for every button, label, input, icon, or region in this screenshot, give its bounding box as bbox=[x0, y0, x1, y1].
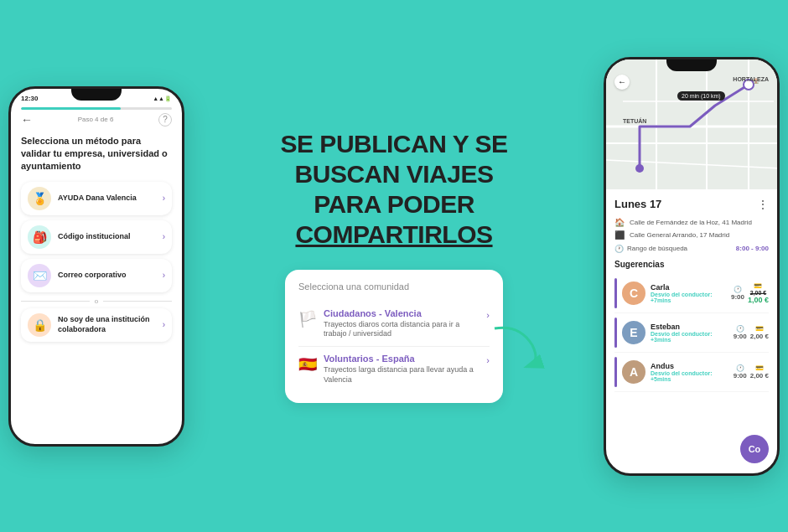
flag-valencia: 🏳️ bbox=[298, 310, 317, 328]
suggestion-andus[interactable]: A Andus Desvío del conductor: +5mins 🕐 9… bbox=[614, 353, 769, 392]
left-content: Selecciona un método para validar tu emp… bbox=[11, 130, 182, 352]
main-container: 12:30 ▲▲🔋 ← Paso 4 de 6 ? Selecciona un … bbox=[8, 11, 780, 522]
price-icon-andus: 💳 bbox=[755, 364, 764, 372]
headline-line3: PARA PODER bbox=[314, 190, 474, 218]
suggestion-andus-info: Andus Desvío del conductor: +5mins bbox=[651, 362, 730, 382]
suggestion-esteban-devio: Desvío del conductor: +3mins bbox=[651, 331, 730, 343]
map-area: 🏠 ← 20 min (10 km) TETUÁN HORTALEZA bbox=[606, 59, 777, 189]
search-range-text: Rango de búsqueda bbox=[627, 245, 687, 252]
left-phone-notch bbox=[71, 89, 122, 101]
option-no-institucion-icon: 🔒 bbox=[28, 313, 51, 337]
headline-line1: SE PUBLICAN Y SE bbox=[281, 130, 508, 158]
suggestion-carla-time: 🕐 9:00 bbox=[731, 286, 744, 301]
suggestion-carla-price-val: 1,00 € bbox=[748, 296, 769, 304]
svg-point-9 bbox=[635, 164, 644, 173]
community-espana-desc: Trayectos larga distancia para llevar ay… bbox=[324, 365, 481, 385]
suggestion-andus-name: Andus bbox=[651, 362, 730, 370]
option-ayuda-text: AYUDA Dana Valencia bbox=[58, 194, 163, 204]
route-from-text: Calle de Fernández de la Hoz, 41 Madrid bbox=[630, 219, 752, 226]
suggestion-esteban-name: Esteban bbox=[651, 323, 730, 331]
clock-icon-esteban: 🕐 bbox=[736, 325, 744, 333]
left-main-title: Selecciona un método para validar tu emp… bbox=[21, 135, 172, 173]
route-from-row: 🏠 Calle de Fernández de la Hoz, 41 Madri… bbox=[614, 218, 769, 227]
help-button[interactable]: ? bbox=[158, 113, 172, 127]
option-codigo-icon: 🎒 bbox=[28, 225, 51, 249]
option-codigo[interactable]: 🎒 Código institucional › bbox=[21, 220, 172, 254]
option-ayuda-arrow: › bbox=[163, 194, 165, 203]
community-valencia-text: Ciudadanos - Valencia Trayectos diaros c… bbox=[324, 308, 481, 339]
community-espana-text: Voluntarios - España Trayectos larga dis… bbox=[324, 354, 481, 385]
option-correo[interactable]: ✉️ Correo corporativo › bbox=[21, 259, 172, 292]
option-no-institucion-arrow: › bbox=[163, 320, 165, 329]
suggestion-carla-accent bbox=[614, 278, 617, 308]
search-range-icon: 🕐 bbox=[614, 245, 624, 253]
suggestion-carla-time-val: 9:00 bbox=[731, 293, 744, 301]
suggestion-carla-price-strike: 2,00 € bbox=[750, 290, 766, 296]
suggestion-esteban-avatar: E bbox=[622, 321, 645, 344]
suggestions-label: Sugerencias bbox=[614, 260, 769, 269]
option-ayuda[interactable]: 🏅 AYUDA Dana Valencia › bbox=[21, 182, 172, 215]
option-codigo-text: Código institucional bbox=[58, 232, 163, 242]
community-card-title: Selecciona una comunidad bbox=[298, 281, 490, 292]
headline-line2: BUSCAN VIAJES bbox=[295, 160, 494, 188]
suggestion-andus-avatar: A bbox=[622, 360, 645, 384]
suggestion-andus-price-val: 2,00 € bbox=[750, 372, 769, 380]
suggestion-carla-avatar: C bbox=[622, 281, 645, 305]
suggestion-esteban-price-val: 2,00 € bbox=[750, 333, 769, 340]
search-range-left: 🕐 Rango de búsqueda bbox=[614, 245, 687, 253]
suggestion-andus-time-val: 9:00 bbox=[734, 372, 747, 380]
back-button[interactable]: ← bbox=[21, 113, 33, 127]
option-no-institucion[interactable]: 🔒 No soy de una institución colaboradora… bbox=[21, 308, 172, 342]
map-label-hortaleza: HORTALEZA bbox=[733, 76, 769, 82]
center-section: SE PUBLICAN Y SE BUSCAN VIAJES PARA PODE… bbox=[184, 129, 604, 404]
date-label: Lunes 17 bbox=[614, 198, 661, 210]
suggestion-carla-info: Carla Desvío del conductor: +7mins bbox=[651, 283, 728, 303]
community-espana-name: Voluntarios - España bbox=[324, 354, 481, 364]
route-to-text: Calle General Arrando, 17 Madrid bbox=[630, 231, 729, 239]
headline-line4: COMPARTIRLOS bbox=[295, 220, 492, 248]
suggestion-esteban-price: 💳 2,00 € bbox=[750, 325, 769, 340]
clock-icon-carla: 🕐 bbox=[734, 286, 742, 293]
suggestion-esteban-info: Esteban Desvío del conductor: +3mins bbox=[651, 323, 730, 343]
option-codigo-arrow: › bbox=[163, 232, 165, 241]
step-label: Paso 4 de 6 bbox=[33, 116, 158, 123]
flag-espana: 🇪🇸 bbox=[298, 355, 317, 374]
community-card: Selecciona una comunidad 🏳️ Ciudadanos -… bbox=[285, 270, 503, 404]
suggestion-andus-time: 🕐 9:00 bbox=[734, 364, 747, 380]
left-status-icons: ▲▲🔋 bbox=[153, 96, 172, 102]
map-label-tetuan: TETUÁN bbox=[623, 118, 646, 124]
right-phone-notch bbox=[666, 59, 717, 71]
suggestion-carla[interactable]: C Carla Desvío del conductor: +7mins 🕐 9… bbox=[614, 274, 769, 313]
left-status-time: 12:30 bbox=[21, 95, 38, 102]
co-badge[interactable]: Co bbox=[740, 435, 769, 463]
right-phone: 🏠 ← 20 min (10 km) TETUÁN HORTALEZA Lune… bbox=[604, 57, 780, 476]
search-range-row: 🕐 Rango de búsqueda 8:00 - 9:00 bbox=[614, 245, 769, 253]
suggestion-andus-devio: Desvío del conductor: +5mins bbox=[651, 370, 730, 382]
map-back-button[interactable]: ← bbox=[614, 75, 630, 90]
community-item-valencia[interactable]: 🏳️ Ciudadanos - Valencia Trayectos diaro… bbox=[298, 302, 490, 347]
left-top-nav: ← Paso 4 de 6 ? bbox=[11, 110, 182, 130]
divider-or: o bbox=[21, 297, 172, 305]
price-icon-esteban: 💳 bbox=[755, 325, 764, 333]
price-icon-carla: 💳 bbox=[754, 282, 762, 290]
suggestion-andus-price: 💳 2,00 € bbox=[750, 364, 769, 380]
option-correo-text: Correo corporativo bbox=[58, 271, 163, 281]
suggestion-carla-devio: Desvío del conductor: +7mins bbox=[651, 292, 728, 303]
community-valencia-arrow: › bbox=[486, 310, 490, 320]
right-content-area: Lunes 17 ⋮ 🏠 Calle de Fernández de la Ho… bbox=[606, 189, 777, 397]
headline-text: SE PUBLICAN Y SE BUSCAN VIAJES PARA PODE… bbox=[281, 129, 508, 250]
suggestion-andus-accent bbox=[614, 357, 617, 387]
community-item-espana[interactable]: 🇪🇸 Voluntarios - España Trayectos larga … bbox=[298, 347, 490, 391]
route-to-row: ⬛ Calle General Arrando, 17 Madrid bbox=[614, 230, 769, 240]
route-to-icon: ⬛ bbox=[614, 230, 625, 240]
option-no-institucion-text: No soy de una institución colaboradora bbox=[58, 315, 163, 334]
suggestion-esteban[interactable]: E Esteban Desvío del conductor: +3mins 🕐… bbox=[614, 313, 769, 353]
suggestion-esteban-time: 🕐 9:00 bbox=[734, 325, 747, 340]
headline: SE PUBLICAN Y SE BUSCAN VIAJES PARA PODE… bbox=[281, 129, 508, 250]
community-valencia-desc: Trayectos diaros corta distancia para ir… bbox=[324, 320, 481, 339]
suggestion-esteban-accent bbox=[614, 318, 617, 348]
route-badge: 20 min (10 km) bbox=[677, 91, 725, 101]
date-row: Lunes 17 ⋮ bbox=[614, 198, 769, 211]
suggestion-carla-price: 💳 2,00 € 1,00 € bbox=[748, 282, 769, 304]
date-menu-icon[interactable]: ⋮ bbox=[757, 198, 769, 211]
